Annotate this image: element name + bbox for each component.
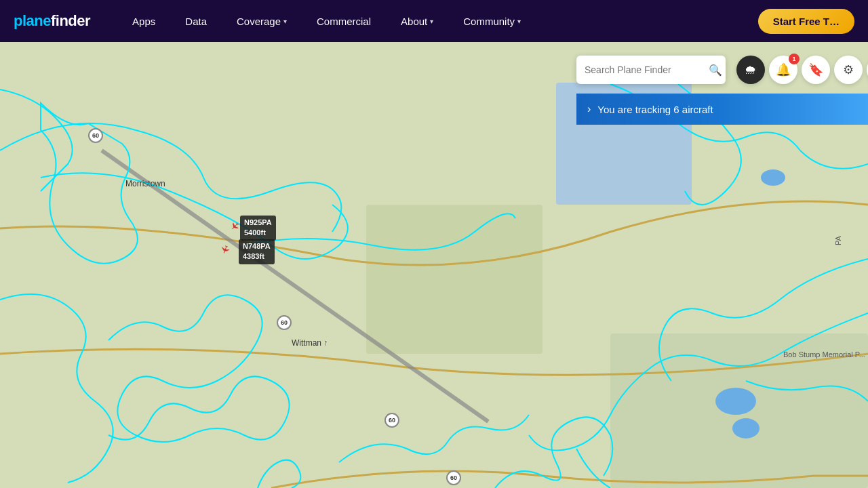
map-controls: 🌧 🔔 1 🔖 ⚙ ⊕ (736, 56, 868, 84)
bookmark-icon: 🔖 (808, 62, 823, 77)
svg-rect-0 (366, 205, 542, 354)
map-container[interactable]: Bob Stump Memorial P... PA Morristown Wi… (0, 42, 868, 488)
weather-button[interactable]: 🌧 (736, 56, 765, 84)
aircraft-n748pa-label[interactable]: N748PA4383ft (239, 239, 275, 264)
road-badge-60-2: 60 (277, 315, 292, 330)
svg-text:Bob Stump Memorial P...: Bob Stump Memorial P... (783, 350, 865, 359)
tracking-text: You are tracking 6 aircraft (597, 104, 713, 115)
road-badge-60-3: 60 (384, 413, 399, 428)
nav-item-data[interactable]: Data (170, 0, 222, 42)
nav-links: AppsDataCoverage▾CommercialAbout▾Communi… (117, 0, 758, 42)
chevron-down-icon: ▾ (517, 18, 521, 25)
logo-prefix: plane (14, 12, 51, 29)
weather-icon: 🌧 (745, 63, 757, 77)
navbar: planefinder AppsDataCoverage▾CommercialA… (0, 0, 868, 42)
nav-item-commercial[interactable]: Commercial (302, 0, 386, 42)
settings-button[interactable]: ⚙ (834, 56, 863, 84)
logo[interactable]: planefinder (14, 12, 90, 30)
tracking-bar[interactable]: › You are tracking 6 aircraft (576, 94, 868, 125)
aircraft-n925pa-label[interactable]: N925PA5400ft (240, 216, 276, 241)
chevron-down-icon: ▾ (430, 18, 433, 25)
logo-suffix: finder (51, 12, 90, 29)
svg-point-4 (732, 418, 760, 439)
search-input[interactable] (585, 64, 703, 75)
svg-point-5 (761, 169, 785, 186)
start-free-button[interactable]: Start Free T… (758, 9, 854, 34)
road-badge-60-4: 60 (446, 470, 461, 485)
settings-icon: ⚙ (843, 62, 854, 77)
nav-item-coverage[interactable]: Coverage▾ (222, 0, 302, 42)
svg-point-3 (715, 388, 756, 415)
alert-button[interactable]: 🔔 1 (769, 56, 797, 84)
bell-icon: 🔔 (776, 62, 791, 77)
nav-item-community[interactable]: Community▾ (448, 0, 536, 42)
search-bar: 🔍 (576, 56, 726, 84)
tracking-chevron-icon: › (587, 103, 591, 115)
road-badge-60-1: 60 (88, 128, 103, 143)
nav-item-about[interactable]: About▾ (386, 0, 448, 42)
nav-item-apps[interactable]: Apps (117, 0, 170, 42)
search-icon[interactable]: 🔍 (709, 64, 722, 77)
alert-badge: 1 (789, 54, 800, 64)
bookmark-button[interactable]: 🔖 (802, 56, 830, 84)
svg-text:PA: PA (834, 235, 842, 245)
chevron-down-icon: ▾ (283, 18, 287, 25)
